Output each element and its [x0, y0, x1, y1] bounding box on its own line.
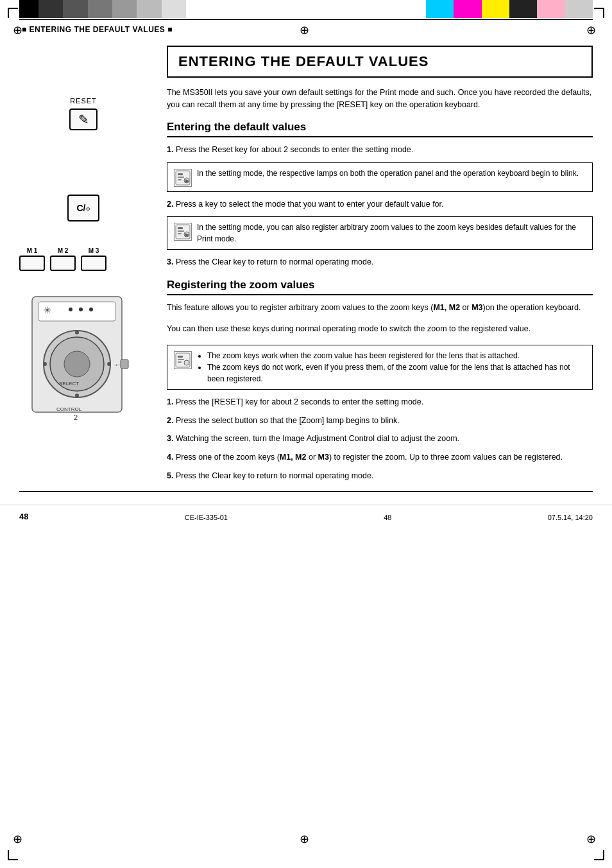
svg-rect-31: [178, 356, 183, 358]
main-title: ENTERING THE DEFAULT VALUES: [178, 53, 581, 70]
svg-text:2: 2: [74, 413, 78, 421]
svg-rect-26: [178, 230, 184, 232]
svg-point-10: [43, 362, 47, 366]
zoom-key-m3-box: [81, 256, 106, 271]
registering-heading: Registering the zoom values: [167, 279, 593, 295]
crop-mark-bl: [8, 850, 18, 860]
crop-mark-br: [594, 850, 604, 860]
svg-rect-20: [178, 177, 184, 178]
entering-note-2-text: In the setting mode, you can also regist…: [197, 221, 586, 245]
zoom-key-row: M 1 M 2 M 3: [19, 247, 106, 271]
entering-step-3: 3. Press the Clear key to return to norm…: [167, 256, 593, 268]
registering-step-2: 2. Press the select button so that the […: [167, 415, 593, 427]
main-title-box: ENTERING THE DEFAULT VALUES: [167, 46, 593, 78]
zoom-key-m2-box: [50, 256, 76, 271]
footer-rule: [19, 491, 593, 492]
entering-note-2: ▶ In the setting mode, you can also regi…: [167, 216, 593, 250]
svg-rect-32: [178, 359, 184, 360]
entering-note-1: ▶ In the setting mode, the respective la…: [167, 162, 593, 192]
reg-mark-top-center: [300, 23, 312, 36]
clear-key-box: C/○: [67, 195, 99, 221]
footer-date: 07.5.14, 14:20: [548, 514, 593, 521]
registering-note-list: The zoom keys work when the zoom value h…: [197, 350, 586, 385]
svg-rect-17: [121, 360, 128, 369]
reset-key-illustration: RESET ✎: [19, 97, 148, 130]
footer-doc-ref: CE-IE-335-01: [185, 514, 228, 521]
registering-step-4: 4. Press one of the zoom keys (M1, M2 or…: [167, 451, 593, 464]
registering-step-3: 3. Watching the screen, turn the Image A…: [167, 433, 593, 445]
footer: 48 CE-IE-335-01 48 07.5.14, 14:20: [0, 505, 612, 528]
registering-note-bullets: The zoom keys work when the zoom value h…: [167, 345, 593, 390]
svg-rect-27: [178, 233, 182, 234]
svg-rect-25: [178, 227, 183, 229]
svg-text:SELECT: SELECT: [59, 381, 79, 386]
registering-note-bullet-2: The zoom keys do not work, even if you p…: [207, 361, 586, 385]
svg-point-11: [107, 362, 111, 366]
main-content: RESET ✎ C/○ M 1 M 2: [0, 39, 612, 491]
reg-mark-bottom-left: [13, 832, 26, 845]
svg-rect-21: [178, 179, 182, 180]
entering-heading: Entering the default values: [167, 121, 593, 137]
svg-text:✳: ✳: [44, 305, 51, 315]
reg-mark-bottom-right: [586, 832, 599, 845]
svg-point-3: [69, 308, 72, 311]
registering-intro-2: You can then use these keys during norma…: [167, 323, 593, 335]
page: ■ ENTERING THE DEFAULT VALUES ■ RESET ✎ …: [0, 0, 612, 868]
clear-icon: C/○: [76, 203, 90, 213]
pencil-icon: ✎: [78, 112, 89, 127]
zoom-keys-illustration: M 1 M 2 M 3: [19, 247, 148, 271]
svg-text:CONTROL: CONTROL: [56, 406, 82, 412]
svg-point-34: [184, 360, 189, 365]
svg-rect-19: [178, 173, 183, 175]
zoom-key-m3-label: M 3: [89, 247, 99, 254]
dial-illustration: ✳ SELECT: [19, 290, 148, 427]
footer-center-page: 48: [384, 514, 391, 521]
zoom-key-m1-label: M 1: [27, 247, 38, 254]
clear-key-illustration: C/○: [19, 195, 148, 221]
registering-intro-1: This feature allows you to register arbi…: [167, 302, 593, 314]
reset-key-box: ✎: [69, 108, 98, 130]
left-column: RESET ✎ C/○ M 1 M 2: [19, 39, 160, 491]
zoom-key-m1-box: [19, 256, 45, 271]
zoom-key-m1: M 1: [19, 247, 45, 271]
zoom-key-m3: M 3: [81, 247, 106, 271]
reset-label: RESET: [70, 97, 97, 105]
right-column: ENTERING THE DEFAULT VALUES The MS350II …: [160, 39, 593, 491]
svg-point-5: [89, 308, 93, 311]
reg-mark-top-right: [586, 23, 599, 36]
note-icon-2: ▶: [174, 223, 192, 241]
top-color-bar: [0, 0, 612, 18]
entering-section: Entering the default values 1. Press the…: [167, 121, 593, 268]
svg-point-4: [79, 308, 83, 311]
zoom-key-m2: M 2: [50, 247, 76, 271]
svg-point-9: [75, 394, 79, 397]
entering-note-1-text: In the setting mode, the respective lamp…: [197, 168, 586, 187]
registering-section: Registering the zoom values This feature…: [167, 279, 593, 482]
entering-step-2: 2. Press a key to select the mode that y…: [167, 198, 593, 211]
registering-step-5: 5. Press the Clear key to return to norm…: [167, 470, 593, 482]
registering-note-bullet-1: The zoom keys work when the zoom value h…: [207, 350, 586, 361]
registering-step-1: 1. Press the [RESET] key for about 2 sec…: [167, 396, 593, 408]
zoom-key-m2-label: M 2: [58, 247, 69, 254]
intro-paragraph: The MS350II lets you save your own defau…: [167, 87, 593, 112]
svg-point-12: [64, 351, 90, 377]
svg-point-8: [75, 331, 79, 334]
page-number: 48: [19, 512, 28, 521]
note-icon-bullets: [174, 351, 192, 369]
note-icon-1: ▶: [174, 169, 192, 187]
entering-step-1: 1. Press the Reset key for about 2 secon…: [167, 144, 593, 156]
reg-mark-bottom-center: [300, 832, 312, 845]
svg-rect-33: [178, 361, 182, 363]
reg-mark-top-left: [13, 23, 26, 36]
